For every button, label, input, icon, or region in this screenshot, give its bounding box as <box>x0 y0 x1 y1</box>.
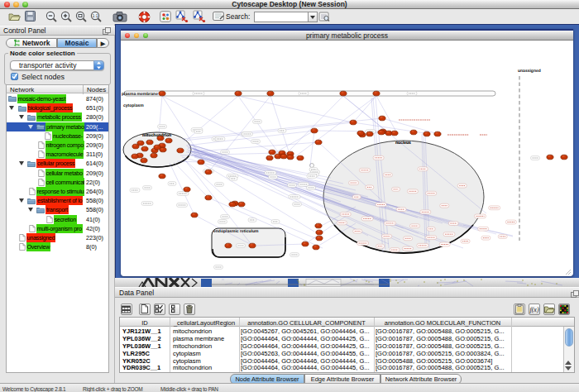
svg-text:nucleus: nucleus <box>395 141 411 146</box>
svg-text:endoplasmic reticulum: endoplasmic reticulum <box>213 229 259 234</box>
svg-text:plasma membrane: plasma membrane <box>122 92 158 97</box>
svg-text:f(x): f(x) <box>529 306 538 313</box>
svg-text:1:1: 1:1 <box>93 13 98 18</box>
svg-text:mitochondrion: mitochondrion <box>142 133 171 138</box>
svg-text:cytoplasm: cytoplasm <box>123 103 144 108</box>
svg-text:unassigned: unassigned <box>518 69 541 74</box>
